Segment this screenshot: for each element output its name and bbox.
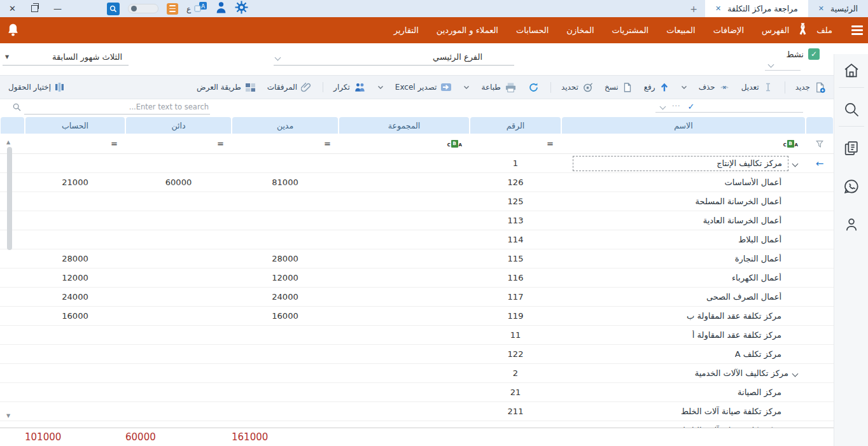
menu-item-4[interactable]: المشتريات (612, 25, 649, 35)
group-cell[interactable] (339, 154, 470, 172)
hamburger-menu-icon[interactable] (851, 25, 863, 34)
tab-home[interactable]: الرئيسية ✕ (808, 0, 868, 17)
debit-cell[interactable] (232, 345, 339, 363)
debit-cell[interactable] (232, 230, 339, 249)
new-tab-button[interactable]: + (682, 0, 705, 17)
account-cell[interactable] (25, 421, 125, 428)
number-cell[interactable]: 113 (470, 211, 561, 230)
number-cell[interactable]: 213 (470, 421, 561, 428)
period-select[interactable]: الثلاث شهور السابقة ▼ (3, 51, 129, 66)
menu-item-3[interactable]: المبيعات (666, 25, 695, 35)
name-cell[interactable]: مركز تكاليف الإنتاج (561, 154, 806, 172)
menu-item-8[interactable]: التقارير (394, 25, 419, 35)
group-cell[interactable] (339, 230, 470, 249)
number-cell[interactable]: 122 (470, 345, 561, 363)
account-cell[interactable] (25, 192, 125, 211)
column-header-group[interactable]: المجموعة (339, 117, 469, 134)
credit-cell[interactable] (125, 364, 232, 382)
account-cell[interactable] (25, 211, 125, 230)
toolbar-button-dropdown[interactable] (463, 85, 470, 90)
restore-window-button[interactable] (31, 5, 38, 12)
toolbar-button-export[interactable]: تصدير Excel (395, 83, 452, 92)
name-cell[interactable]: مركز تكلف A (561, 345, 806, 363)
filter-debit[interactable]: = (232, 139, 339, 148)
toolbar-button-choose-fields[interactable]: إختيار الحقول (8, 82, 64, 92)
toolbar-button-select[interactable]: تحديد (550, 82, 593, 93)
group-cell[interactable] (339, 364, 470, 382)
account-cell[interactable]: 21000 (25, 173, 125, 192)
expand-chevron-icon[interactable] (792, 371, 799, 377)
account-cell[interactable] (25, 230, 125, 249)
active-dropdown[interactable] (765, 61, 801, 71)
filter-group[interactable]: ABC (339, 140, 470, 148)
credit-cell[interactable] (125, 383, 232, 401)
table-row[interactable]: أعمال الأساسات 126 81000 60000 21000 (0, 173, 834, 192)
number-cell[interactable]: 119 (470, 307, 561, 325)
debit-cell[interactable] (232, 364, 339, 382)
column-header-debit[interactable]: مدين (232, 117, 338, 134)
sidebar-person-icon[interactable] (839, 208, 864, 241)
debit-cell[interactable]: 16000 (232, 307, 339, 325)
toolbar-button-dropdown[interactable] (681, 85, 687, 90)
filter-credit[interactable]: = (125, 139, 232, 148)
account-cell[interactable] (25, 326, 125, 344)
toolbar-button-delete[interactable]: حذف (699, 82, 730, 93)
tab-cost-centers-review[interactable]: مراجعة مراكز التكلفة ✕ (705, 0, 808, 17)
table-row[interactable]: مركز تكلف A 122 (0, 345, 834, 364)
scrollbar-up-arrow[interactable]: ▲ (6, 139, 10, 145)
group-cell[interactable] (339, 249, 470, 268)
group-cell[interactable] (339, 421, 470, 428)
debit-cell[interactable]: 24000 (232, 288, 339, 306)
debit-cell[interactable] (232, 154, 339, 172)
debit-cell[interactable] (232, 421, 339, 428)
table-row[interactable]: أعمال الخرسانة المسلحة 125 (0, 192, 834, 211)
number-cell[interactable]: 115 (470, 249, 561, 268)
credit-cell[interactable] (125, 345, 232, 363)
table-row[interactable]: مركز تكلفة عقد المقاولة أ 11 (0, 326, 834, 345)
group-cell[interactable] (339, 383, 470, 401)
name-cell[interactable]: مركز تكاليف الآلات الخدمية (561, 364, 806, 382)
active-checkbox[interactable]: ✓ (808, 48, 820, 60)
close-tab-icon[interactable]: ✕ (818, 4, 824, 13)
name-cell[interactable]: أعمال الصرف الصحى (561, 288, 806, 306)
credit-cell[interactable] (125, 211, 232, 230)
table-row[interactable]: أعمال البلاط 114 (0, 230, 834, 249)
filter-name[interactable]: ABC (561, 140, 806, 148)
toolbar-button-new-document[interactable]: جديد (785, 81, 826, 94)
name-cell[interactable]: مركز تكلفة عقد المقاولة أ (561, 326, 806, 344)
debit-cell[interactable] (232, 211, 339, 230)
quick-search-button[interactable] (107, 3, 120, 15)
toolbar-button-duplicate[interactable]: تكرار (323, 82, 366, 92)
group-cell[interactable] (339, 326, 470, 344)
account-cell[interactable]: 12000 (25, 268, 125, 287)
translate-icon[interactable]: A (194, 1, 207, 16)
column-header-number[interactable]: الرقم (470, 117, 561, 134)
group-cell[interactable] (339, 402, 470, 421)
quick-menu-button[interactable] (167, 3, 178, 15)
table-row[interactable]: مركز الصيانة 21 (0, 383, 834, 402)
column-header-credit[interactable]: دائن (126, 117, 231, 134)
sidebar-whatsapp-icon[interactable] (839, 170, 864, 203)
name-cell[interactable]: أعمال الخرسانة المسلحة (561, 192, 806, 211)
menu-item-0[interactable]: ملف (816, 25, 832, 35)
minimize-window-button[interactable]: — (53, 4, 62, 13)
account-cell[interactable]: 28000 (25, 249, 125, 268)
credit-cell[interactable] (125, 192, 232, 211)
table-row[interactable]: مركز تكلفة صيانة آلات الخلط 211 (0, 402, 834, 421)
toolbar-button-refresh[interactable] (528, 82, 539, 93)
credit-cell[interactable] (125, 268, 232, 287)
name-cell[interactable]: أعمال البلاط (561, 230, 806, 249)
number-cell[interactable]: 21 (470, 383, 561, 401)
name-cell[interactable]: أعمال الكهرباء (561, 268, 806, 287)
toolbar-button-copy[interactable]: نسخ (605, 82, 633, 93)
sidebar-search-icon[interactable] (839, 93, 864, 127)
debit-cell[interactable] (232, 192, 339, 211)
name-cell[interactable]: مركز تكلفة صيانة آلات البلاط (561, 421, 806, 428)
scrollbar-thumb[interactable] (7, 147, 12, 250)
credit-cell[interactable] (125, 402, 232, 421)
name-cell[interactable]: مركز الصيانة (561, 383, 806, 401)
group-cell[interactable] (339, 173, 470, 192)
number-cell[interactable]: 211 (470, 402, 561, 421)
toolbar-button-edit[interactable]: تعديل (741, 82, 773, 92)
table-row[interactable]: أعمال النجارة 115 28000 28000 (0, 249, 834, 268)
